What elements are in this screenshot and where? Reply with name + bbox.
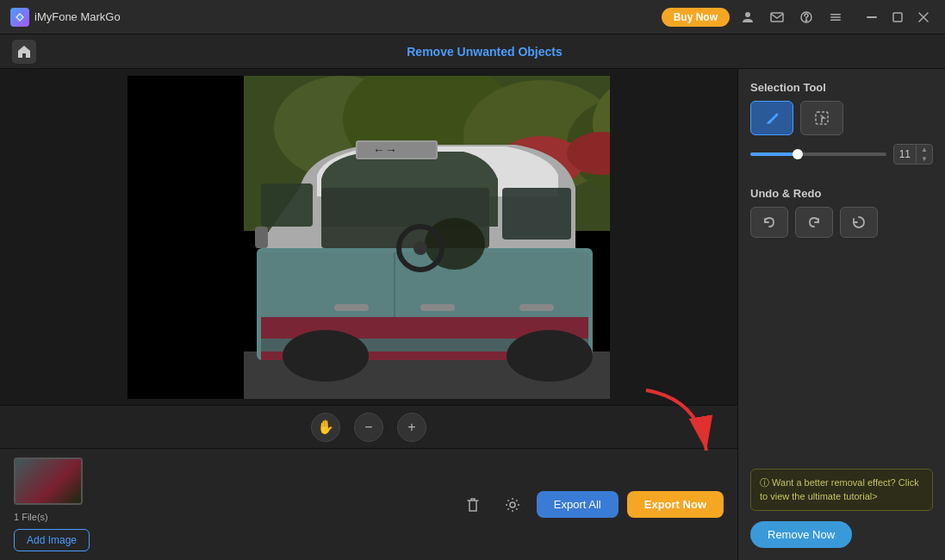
svg-rect-35 — [255, 227, 268, 248]
undo-button[interactable] — [750, 207, 788, 238]
delete-button[interactable] — [457, 489, 488, 520]
undo-redo-section: Undo & Redo — [750, 187, 933, 238]
account-icon-button[interactable] — [737, 6, 759, 28]
selection-tool-title: Selection Tool — [750, 81, 933, 94]
size-increment-button[interactable]: ▲ — [917, 145, 932, 154]
size-decrement-button[interactable]: ▼ — [917, 154, 932, 164]
svg-rect-1 — [771, 13, 783, 22]
export-now-button[interactable]: Export Now — [627, 491, 724, 518]
reset-button[interactable] — [840, 207, 878, 238]
zoom-in-button[interactable]: + — [397, 413, 426, 442]
buy-now-button[interactable]: Buy Now — [662, 8, 730, 27]
settings-button[interactable] — [497, 489, 528, 520]
filmstrip-left: 1 File(s) Add Image — [14, 457, 90, 551]
help-icon-button[interactable] — [795, 6, 818, 28]
svg-text:←→: ←→ — [373, 143, 397, 157]
right-panel: Selection Tool — [738, 69, 945, 560]
filmstrip-right: Export All Export Now — [457, 489, 724, 520]
pan-tool-button[interactable]: ✋ — [311, 413, 340, 442]
title-bar: iMyFone MarkGo Buy Now — [0, 0, 945, 34]
size-value: 11 ▲ ▼ — [893, 144, 933, 165]
undo-redo-row — [750, 207, 933, 238]
export-all-button[interactable]: Export All — [537, 491, 619, 518]
thumbnail-scene — [16, 459, 81, 503]
size-number: 11 — [894, 146, 916, 162]
page-title: Remove Unwanted Objects — [36, 45, 933, 59]
undo-redo-title: Undo & Redo — [750, 187, 933, 200]
close-button[interactable] — [912, 6, 935, 28]
size-slider[interactable] — [750, 152, 886, 156]
brush-tool-button[interactable] — [750, 101, 793, 135]
window-controls — [861, 6, 935, 28]
svg-rect-23 — [519, 304, 554, 311]
zoom-out-button[interactable]: − — [354, 413, 383, 442]
size-slider-thumb — [793, 149, 803, 159]
menu-icon-button[interactable] — [824, 6, 847, 28]
spacer — [750, 248, 933, 458]
maximize-button[interactable] — [886, 6, 909, 28]
size-arrows: ▲ ▼ — [916, 145, 932, 164]
info-text: ⓘ Want a better removal effect? Click to… — [760, 477, 919, 501]
selection-tool-button[interactable] — [800, 101, 843, 135]
size-row: 11 ▲ ▼ — [750, 144, 933, 165]
app-logo: iMyFone MarkGo — [10, 8, 121, 27]
size-slider-fill — [750, 152, 798, 156]
selection-tool-section: Selection Tool — [750, 81, 933, 177]
svg-rect-5 — [830, 16, 841, 18]
main-content: ←→ ✋ — [0, 69, 945, 560]
svg-rect-8 — [893, 13, 902, 22]
add-image-button[interactable]: Add Image — [14, 529, 90, 551]
nav-bar: Remove Unwanted Objects — [0, 34, 945, 69]
mail-icon-button[interactable] — [766, 6, 788, 28]
logo-icon — [10, 8, 29, 27]
svg-rect-24 — [420, 304, 455, 311]
home-button[interactable] — [12, 40, 36, 64]
export-now-container: Export Now — [627, 491, 724, 518]
title-bar-controls: Buy Now — [662, 6, 935, 28]
canvas-wrapper: ←→ — [0, 69, 737, 405]
svg-rect-28 — [502, 188, 571, 240]
svg-point-37 — [283, 330, 369, 382]
svg-point-0 — [745, 12, 750, 17]
canvas-toolbar: ✋ − + — [0, 405, 737, 448]
svg-point-34 — [413, 241, 427, 255]
redo-button[interactable] — [795, 207, 833, 238]
svg-point-39 — [510, 502, 515, 507]
tool-buttons — [750, 101, 933, 135]
file-count: 1 File(s) — [14, 512, 90, 522]
filmstrip: 1 File(s) Add Image Export All Export No… — [0, 448, 737, 560]
svg-rect-6 — [830, 19, 841, 21]
svg-rect-7 — [867, 16, 877, 18]
canvas-area: ←→ ✋ — [0, 69, 738, 560]
minimize-button[interactable] — [861, 6, 883, 28]
remove-now-button[interactable]: Remove Now — [750, 521, 852, 548]
svg-rect-22 — [334, 304, 369, 311]
info-box[interactable]: ⓘ Want a better removal effect? Click to… — [750, 469, 933, 511]
app-name: iMyFone MarkGo — [34, 10, 121, 23]
thumbnail[interactable] — [14, 457, 83, 505]
svg-point-3 — [805, 20, 807, 22]
canvas-image[interactable]: ←→ — [127, 76, 610, 399]
svg-rect-26 — [261, 184, 313, 227]
svg-rect-4 — [830, 14, 841, 16]
svg-point-38 — [507, 330, 593, 382]
